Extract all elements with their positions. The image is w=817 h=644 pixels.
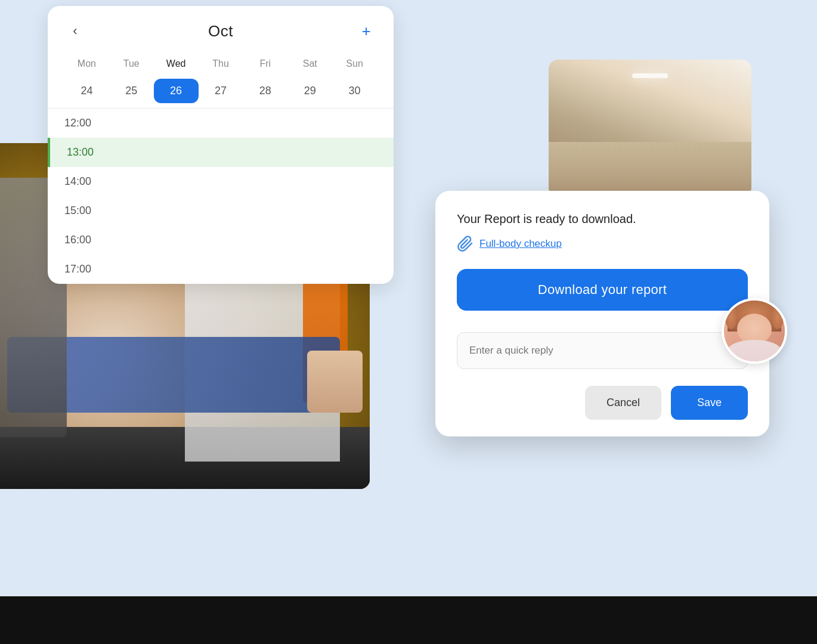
date-26[interactable]: 26 bbox=[154, 79, 199, 103]
calendar-add-button[interactable]: + bbox=[355, 20, 377, 42]
report-link[interactable]: Full-body checkup bbox=[479, 238, 562, 250]
date-28[interactable]: 28 bbox=[243, 79, 287, 103]
calendar-back-button[interactable]: ‹ bbox=[64, 20, 86, 42]
plus-icon: + bbox=[361, 22, 370, 41]
calendar-month-title: Oct bbox=[208, 22, 233, 41]
time-slot-1400[interactable]: 14:00 bbox=[64, 167, 377, 196]
report-title: Your Report is ready to download. bbox=[457, 212, 748, 226]
day-label-mon: Mon bbox=[64, 56, 109, 72]
calendar-days-header: Mon Tue Wed Thu Fri Sat Sun bbox=[64, 56, 377, 72]
calendar-widget: ‹ Oct + Mon Tue Wed Thu Fri Sat Sun 24 2… bbox=[48, 6, 394, 284]
date-27[interactable]: 27 bbox=[199, 79, 243, 103]
time-slot-1300[interactable]: 13:00 bbox=[48, 138, 394, 167]
user-avatar bbox=[722, 298, 787, 364]
time-label-1400: 14:00 bbox=[64, 175, 91, 188]
report-dialog: Your Report is ready to download. Full-b… bbox=[435, 191, 769, 436]
dialog-actions: Cancel Save bbox=[457, 386, 748, 420]
day-label-wed: Wed bbox=[154, 56, 199, 72]
time-slot-1600[interactable]: 16:00 bbox=[64, 225, 377, 255]
report-link-row: Full-body checkup bbox=[457, 236, 748, 252]
bottom-bar bbox=[0, 596, 817, 644]
calendar-dates-row: 24 25 26 27 28 29 30 bbox=[64, 79, 377, 103]
time-slot-1500[interactable]: 15:00 bbox=[64, 196, 377, 225]
time-label-1600: 16:00 bbox=[64, 234, 91, 246]
cancel-button[interactable]: Cancel bbox=[585, 386, 661, 420]
time-slot-1700[interactable]: 17:00 bbox=[64, 255, 377, 284]
save-button[interactable]: Save bbox=[671, 386, 748, 420]
day-label-thu: Thu bbox=[199, 56, 243, 72]
time-slots-container: 12:00 13:00 14:00 15:00 16:00 17:00 bbox=[64, 109, 377, 284]
day-label-sat: Sat bbox=[287, 56, 332, 72]
time-label-1300: 13:00 bbox=[67, 146, 94, 159]
date-25[interactable]: 25 bbox=[109, 79, 154, 103]
time-label-1500: 15:00 bbox=[64, 205, 91, 217]
room-image bbox=[549, 60, 751, 197]
time-slot-1200[interactable]: 12:00 bbox=[64, 109, 377, 138]
time-label-1700: 17:00 bbox=[64, 263, 91, 275]
date-30[interactable]: 30 bbox=[332, 79, 377, 103]
date-24[interactable]: 24 bbox=[64, 79, 109, 103]
day-label-sun: Sun bbox=[332, 56, 377, 72]
quick-reply-input[interactable] bbox=[457, 332, 748, 369]
paperclip-icon bbox=[457, 236, 474, 252]
time-label-1200: 12:00 bbox=[64, 117, 91, 129]
calendar-header: ‹ Oct + bbox=[64, 20, 377, 42]
day-label-fri: Fri bbox=[243, 56, 287, 72]
day-label-tue: Tue bbox=[109, 56, 154, 72]
date-29[interactable]: 29 bbox=[287, 79, 332, 103]
download-report-button[interactable]: Download your report bbox=[457, 269, 748, 311]
back-arrow-icon: ‹ bbox=[73, 23, 77, 39]
